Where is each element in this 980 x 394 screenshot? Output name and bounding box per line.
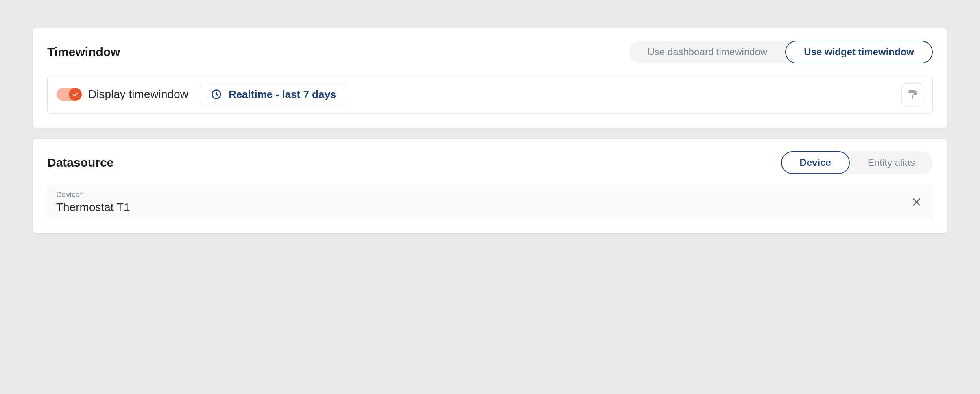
timewindow-segmented-control: Use dashboard timewindow Use widget time… — [629, 41, 933, 63]
display-timewindow-toggle[interactable] — [57, 88, 81, 101]
display-timewindow-toggle-wrapper: Display timewindow — [57, 88, 188, 101]
datasource-segmented-control: Device Entity alias — [781, 151, 933, 174]
timewindow-card: Timewindow Use dashboard timewindow Use … — [33, 28, 947, 128]
timewindow-header: Timewindow Use dashboard timewindow Use … — [47, 41, 933, 63]
datasource-title: Datasource — [47, 156, 113, 170]
device-field-main: Device* Thermostat T1 — [56, 190, 909, 214]
tab-label: Entity alias — [868, 157, 915, 168]
datasource-header: Datasource Device Entity alias — [47, 151, 933, 174]
appearance-button[interactable] — [901, 83, 923, 105]
device-field-value: Thermostat T1 — [56, 201, 909, 214]
device-field[interactable]: Device* Thermostat T1 — [47, 185, 933, 219]
check-icon — [72, 91, 79, 98]
toggle-thumb — [69, 88, 82, 101]
clear-device-button[interactable] — [909, 195, 924, 209]
tab-label: Device — [800, 157, 831, 168]
timewindow-title: Timewindow — [47, 45, 120, 59]
paint-roller-icon — [907, 89, 918, 100]
tab-label: Use dashboard timewindow — [647, 46, 767, 58]
tab-use-widget-timewindow[interactable]: Use widget timewindow — [785, 41, 933, 63]
device-field-label: Device* — [56, 190, 909, 199]
tab-label: Use widget timewindow — [804, 46, 914, 58]
timewindow-row: Display timewindow Realtime - last 7 day… — [47, 75, 933, 114]
clock-icon — [211, 89, 222, 100]
tab-use-dashboard-timewindow[interactable]: Use dashboard timewindow — [629, 41, 785, 63]
close-icon — [911, 197, 922, 207]
tab-device[interactable]: Device — [781, 151, 850, 174]
tab-entity-alias[interactable]: Entity alias — [850, 151, 933, 174]
datasource-card: Datasource Device Entity alias Device* T… — [33, 139, 947, 233]
timewindow-selection-text: Realtime - last 7 days — [229, 88, 336, 101]
display-timewindow-label: Display timewindow — [88, 88, 188, 101]
page-wrapper: Timewindow Use dashboard timewindow Use … — [8, 8, 972, 265]
timewindow-selector[interactable]: Realtime - last 7 days — [200, 84, 347, 105]
